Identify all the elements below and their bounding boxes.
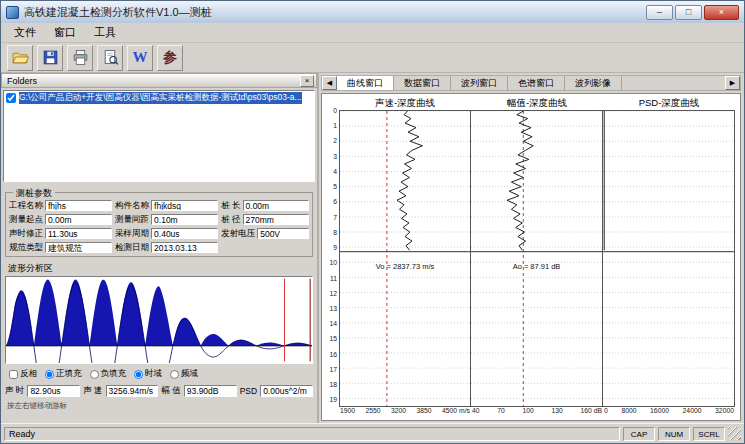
depth-tick-label: 8 [333, 229, 337, 236]
chart-annotation: Ao = 87.91 dB [513, 262, 561, 271]
tab-wave-image[interactable]: 波列影像 [565, 76, 622, 90]
param-cell: 检测日期2013.03.13 [115, 241, 218, 254]
waveform-area[interactable] [5, 276, 313, 364]
depth-tick-label: 3 [333, 153, 337, 160]
chart-plot[interactable] [603, 110, 735, 407]
chart-title: 幅值-深度曲线 [471, 96, 603, 110]
param-value-field[interactable]: 2013.03.13 [151, 242, 218, 253]
floppy-icon [42, 49, 59, 66]
time-domain-control[interactable]: 时域 [134, 368, 162, 380]
param-value-field[interactable]: fhjhs [45, 200, 112, 211]
tab-scroll-right-icon[interactable]: ▶ [725, 76, 740, 90]
pile-params-group: 测桩参数 工程名称fhjhs构件名称fhjkdsg桩 长0.00m测量起点0.0… [5, 192, 313, 257]
folders-panel-header: Folders × [1, 73, 317, 88]
param-value-field[interactable]: fhjkdsg [151, 200, 218, 211]
depth-tick-label: 13 [329, 305, 337, 312]
param-value-field[interactable]: 0.00m [243, 200, 309, 211]
open-button[interactable] [7, 45, 33, 71]
tab-wave-list-window[interactable]: 波列窗口 [451, 76, 508, 90]
depth-tick-label: 9 [333, 244, 337, 251]
param-value-field[interactable]: 0.40us [151, 228, 218, 239]
param-value-field[interactable]: 0.10m [151, 214, 218, 225]
depth-tick-label: 18 [329, 381, 337, 388]
close-button[interactable]: × [704, 5, 739, 20]
chart-plot[interactable]: Vo = 2837.73 m/s [339, 110, 471, 407]
tree-item-checkbox[interactable] [6, 93, 16, 103]
minimize-button[interactable]: – [646, 5, 673, 20]
reading-label: 幅 值 [161, 385, 180, 397]
param-cell: 桩 径270mm [221, 213, 309, 226]
invert-checkbox[interactable] [9, 370, 18, 379]
param-value-field[interactable]: 0.00m [45, 214, 112, 225]
folders-tree[interactable]: G:\公司产品启动+开发\固高仪器\固高实采桩检测数据-测试td\ps03\ps… [3, 90, 315, 182]
param-cell: 测量起点0.00m [9, 213, 112, 226]
params-button[interactable]: 参 [157, 45, 183, 71]
menu-item-window[interactable]: 窗口 [45, 23, 85, 42]
param-value-field[interactable]: 建筑规范 [45, 242, 112, 253]
param-label: 工程名称 [9, 200, 43, 212]
fill-negative-control[interactable]: 负填充 [90, 368, 127, 380]
reading-label: PSD [240, 386, 257, 396]
invert-control[interactable]: 反相 [9, 368, 37, 380]
readings-row: 声 时82.90us声 速3256.94m/s幅 值93.90dBPSD0.00… [5, 383, 313, 399]
x-tick-label: 0 [604, 407, 608, 419]
maximize-button[interactable]: □ [675, 5, 702, 20]
param-cell: 采样周期0.40us [115, 227, 218, 240]
fill-negative-radio[interactable] [90, 370, 99, 379]
x-tick-label: 1900 [340, 407, 355, 419]
fill-positive-control[interactable]: 正填充 [45, 368, 82, 380]
depth-tick-label: 4 [333, 168, 337, 175]
toolbar: W参 [1, 43, 744, 73]
freq-domain-label: 频域 [181, 368, 198, 380]
window-title: 高铁建混凝土检测分析软件V1.0—测桩 [24, 5, 212, 20]
menu-item-file[interactable]: 文件 [5, 23, 45, 42]
x-tick-label: 2550 [366, 407, 381, 419]
print-button[interactable] [67, 45, 93, 71]
param-value-field[interactable]: 500V [257, 228, 309, 239]
charts-panel: ◀曲线窗口数据窗口波列窗口色谱窗口波列影像▶ 01234567891011121… [319, 73, 744, 423]
x-tick-label: 24000 [683, 407, 702, 419]
param-value-field[interactable]: 11.30us [45, 228, 112, 239]
tree-item[interactable]: G:\公司产品启动+开发\固高仪器\固高实采桩检测数据-测试td\ps03\ps… [4, 91, 314, 105]
x-tick-label: 16000 [650, 407, 669, 419]
save-button[interactable] [37, 45, 63, 71]
time-domain-label: 时域 [145, 368, 162, 380]
param-label: 桩 长 [221, 200, 240, 212]
word-export-button[interactable]: W [127, 45, 153, 71]
title-bar: 高铁建混凝土检测分析软件V1.0—测桩 –□× [1, 1, 744, 23]
chart-title: 声速-深度曲线 [339, 96, 471, 110]
x-tick-label: 3200 [391, 407, 406, 419]
depth-tick-label: 17 [329, 366, 337, 373]
print-preview-button[interactable] [97, 45, 123, 71]
menu-item-tools[interactable]: 工具 [85, 23, 125, 42]
time-domain-radio[interactable] [134, 370, 143, 379]
depth-tick-label: 19 [329, 396, 337, 403]
freq-domain-radio[interactable] [170, 370, 179, 379]
panel-close-icon[interactable]: × [300, 75, 314, 87]
param-value-field[interactable]: 270mm [243, 214, 309, 225]
param-cell: 构件名称fhjkdsg [115, 199, 218, 212]
reading-label: 声 时 [5, 385, 24, 397]
x-tick-label: 130 [551, 407, 562, 419]
tab-spectrum-window[interactable]: 色谱窗口 [508, 76, 565, 90]
depth-axis-labels: 012345678910111213141516171819 [324, 110, 339, 407]
tab-scroll-left-icon[interactable]: ◀ [322, 76, 337, 90]
reading-value: 93.90dB [184, 385, 237, 397]
status-scrl-indicator: SCRL [693, 427, 725, 441]
pile-params-grid: 工程名称fhjhs构件名称fhjkdsg桩 长0.00m测量起点0.00m测量间… [9, 199, 309, 254]
resize-grip[interactable] [728, 427, 741, 440]
pile-params-title: 测桩参数 [13, 187, 55, 200]
param-label: 桩 径 [221, 214, 240, 226]
window-buttons: –□× [646, 5, 739, 20]
freq-domain-control[interactable]: 频域 [170, 368, 198, 380]
waveform-plot [6, 277, 312, 363]
depth-tick-label: 15 [329, 335, 337, 342]
chart-plot[interactable]: Ao = 87.91 dB [471, 110, 603, 407]
cjk-icon: 参 [163, 49, 177, 67]
x-axis-ticks: 4070100130160 dB [471, 407, 603, 419]
fill-positive-radio[interactable] [45, 370, 54, 379]
tab-curve-window[interactable]: 曲线窗口 [337, 76, 394, 90]
tab-data-window[interactable]: 数据窗口 [394, 76, 451, 90]
depth-tick-label: 11 [330, 274, 337, 281]
depth-tick-label: 10 [329, 259, 337, 266]
